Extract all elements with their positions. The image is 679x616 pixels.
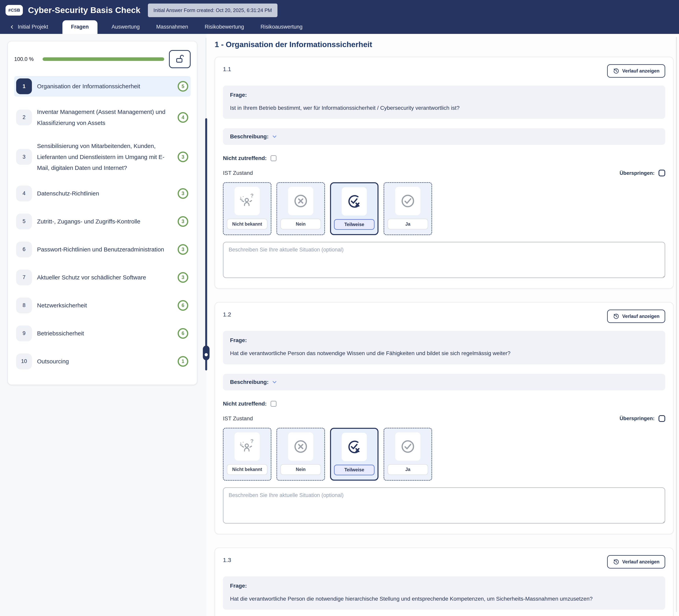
tab-label: Massnahmen (156, 24, 188, 30)
item-title: Betriebssicherheit (37, 328, 172, 339)
item-count-badge: 1 (177, 356, 188, 367)
verlauf-button[interactable]: Verlauf anzeigen (607, 555, 665, 568)
item-count-badge: 4 (177, 112, 188, 123)
nicht-zutreffend-checkbox[interactable] (270, 401, 277, 407)
option-teilweise[interactable]: Teilweise (330, 428, 379, 481)
verlauf-label: Verlauf anzeigen (622, 68, 659, 74)
tab-fragen[interactable]: Fragen (62, 20, 97, 34)
item-number: 7 (16, 270, 32, 285)
shrug-icon (234, 432, 260, 461)
splitter-thumb[interactable] (205, 118, 207, 370)
progress-fill (42, 57, 164, 61)
history-icon (613, 313, 619, 320)
item-number: 4 (16, 186, 32, 202)
sidebar-item-9[interactable]: 9 Betriebssicherheit 6 (14, 323, 191, 344)
frage-label: Frage: (230, 337, 658, 343)
item-count-badge: 3 (177, 244, 188, 255)
chevron-left-icon (9, 25, 14, 30)
question-card: 1.3 Verlauf anzeigen Frage: Hat die vera… (215, 548, 674, 616)
progress-row: 100.0 % (14, 48, 191, 69)
tab-label: Initial Projekt (18, 24, 48, 30)
frage-text: Hat die verantwortliche Person die notwe… (230, 594, 658, 603)
ist-options: Nicht bekannt Nein Teilweise Ja (223, 428, 665, 481)
option-ja[interactable]: Ja (384, 182, 432, 235)
question-panel: 1 - Organisation der Informationssicherh… (206, 34, 679, 616)
tab-label: Risikoauswertung (261, 24, 302, 30)
situation-textarea[interactable] (223, 487, 665, 524)
frage-label: Frage: (230, 92, 658, 98)
frage-text: Hat die verantwortliche Person das notwe… (230, 349, 658, 358)
question-id: 1.2 (223, 310, 231, 318)
ist-zustand-label: IST Zustand (223, 415, 253, 422)
question-card: 1.1 Verlauf anzeigen Frage: Ist in Ihrem… (215, 57, 674, 289)
item-number: 3 (16, 149, 32, 165)
item-title: Outsourcing (37, 356, 172, 367)
chevron-down-icon (272, 379, 277, 385)
item-number: 9 (16, 326, 32, 341)
sidebar-item-2[interactable]: 2 Inventar Management (Assest Management… (14, 104, 191, 131)
verlauf-button[interactable]: Verlauf anzeigen (607, 310, 665, 323)
tab-auswertung[interactable]: Auswertung (109, 21, 142, 34)
sidebar-item-8[interactable]: 8 Netzwerksicherheit 6 (14, 295, 191, 316)
situation-textarea[interactable] (223, 242, 665, 278)
sidebar-card: 100.0 % 1 Organisation der Informationss… (8, 41, 197, 384)
option-teilweise[interactable]: Teilweise (330, 182, 379, 235)
sidebar-item-3[interactable]: 3 Sensibilisierung von Mitarbeitenden, K… (14, 138, 191, 176)
option-label: Teilweise (334, 219, 375, 230)
ueberspringen-checkbox[interactable] (658, 415, 665, 422)
item-title: Aktueller Schutz vor schädlicher Softwar… (37, 272, 172, 283)
option-label: Nein (281, 464, 321, 475)
page-scrollbar[interactable] (676, 37, 677, 612)
sidebar-item-10[interactable]: 10 Outsourcing 1 (14, 351, 191, 372)
sidebar-item-7[interactable]: 7 Aktueller Schutz vor schädlicher Softw… (14, 267, 191, 288)
page-title: 1 - Organisation der Informationssicherh… (215, 40, 674, 49)
lock-button[interactable] (169, 50, 191, 68)
ueberspringen-checkbox[interactable] (658, 170, 665, 176)
check-x-circle-icon (342, 187, 367, 216)
main-tabbar: Initial Projekt Fragen Auswertung Massna… (0, 21, 679, 34)
item-count-badge: 3 (177, 272, 188, 283)
item-number: 1 (16, 79, 32, 94)
splitter-drag-handle[interactable] (203, 346, 209, 360)
option-nicht-bekannt[interactable]: Nicht bekannt (223, 428, 271, 481)
verlauf-button[interactable]: Verlauf anzeigen (607, 64, 665, 78)
progress-label: 100.0 % (14, 56, 38, 62)
item-count-badge: 6 (177, 300, 188, 311)
tab-risikoauswertung[interactable]: Risikoauswertung (258, 21, 305, 34)
tab-initial-projekt[interactable]: Initial Projekt (7, 21, 51, 34)
frage-text: Ist in Ihrem Betrieb bestimmt, wer für I… (230, 104, 658, 112)
option-nein[interactable]: Nein (277, 428, 325, 481)
cross-circle-icon (288, 187, 313, 215)
nicht-zutreffend-checkbox[interactable] (270, 155, 277, 161)
item-count-badge: 6 (177, 328, 188, 339)
nicht-zutreffend-label: Nicht zutreffend: (223, 155, 267, 161)
nicht-zutreffend-label: Nicht zutreffend: (223, 401, 267, 407)
item-title: Netzwerksicherheit (37, 300, 172, 311)
item-count-badge: 5 (177, 81, 188, 92)
sidebar-item-6[interactable]: 6 Passwort-Richtlinien und Benutzeradmin… (14, 239, 191, 260)
ist-options: Nicht bekannt Nein Teilweise Ja (223, 182, 665, 235)
item-title: Zutritt-, Zugangs- und Zugriffs-Kontroll… (37, 216, 172, 227)
option-nein[interactable]: Nein (277, 182, 325, 235)
beschreibung-label: Beschreibung: (230, 379, 269, 385)
item-title: Passwort-Richtlinien und Benutzeradminis… (37, 244, 172, 255)
question-id: 1.1 (223, 64, 231, 72)
tab-label: Fragen (71, 24, 89, 30)
beschreibung-toggle[interactable]: Beschreibung: (223, 128, 665, 145)
verlauf-label: Verlauf anzeigen (622, 559, 659, 564)
tab-risikobewertung[interactable]: Risikobewertung (202, 21, 246, 34)
option-ja[interactable]: Ja (384, 428, 432, 481)
sidebar-item-4[interactable]: 4 Datenschutz-Richtlinien 3 (14, 183, 191, 204)
item-count-badge: 3 (177, 152, 188, 162)
option-nicht-bekannt[interactable]: Nicht bekannt (223, 182, 271, 235)
tab-label: Risikobewertung (204, 24, 244, 30)
sidebar-item-1[interactable]: 1 Organisation der Informationssicherhei… (14, 76, 191, 97)
cross-circle-icon (288, 432, 313, 461)
ueberspringen-label: Überspringen: (619, 170, 654, 176)
beschreibung-toggle[interactable]: Beschreibung: (223, 374, 665, 390)
tab-massnahmen[interactable]: Massnahmen (154, 21, 190, 34)
shrug-icon (234, 187, 260, 215)
tab-label: Auswertung (112, 24, 140, 30)
question-card: 1.2 Verlauf anzeigen Frage: Hat die vera… (215, 302, 674, 534)
sidebar-item-5[interactable]: 5 Zutritt-, Zugangs- und Zugriffs-Kontro… (14, 211, 191, 232)
